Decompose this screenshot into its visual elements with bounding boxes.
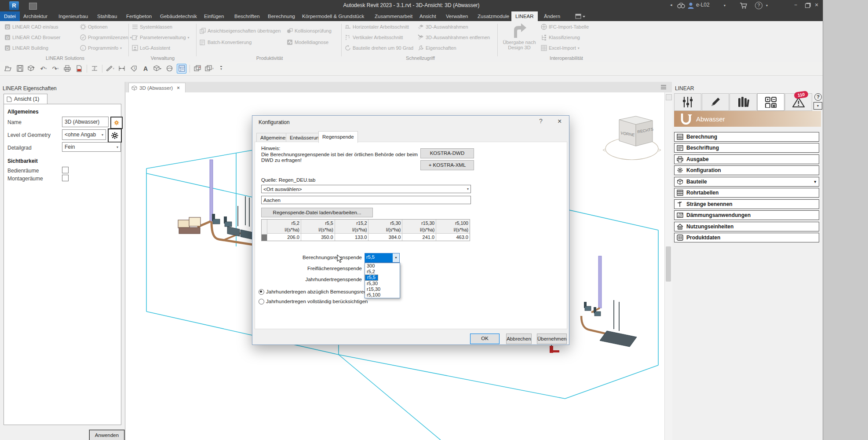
aligned-dimension-icon[interactable] bbox=[117, 64, 126, 73]
tab-ingenieurbau[interactable]: Ingenieurbau bbox=[55, 11, 92, 21]
view-tab-menu-icon[interactable] bbox=[660, 84, 667, 90]
btn-linear-cad-einaus[interactable]: DLINEAR CAD ein/aus bbox=[4, 22, 58, 31]
tab-zusammenarbeit[interactable]: Zusammenarbeit bbox=[371, 11, 416, 21]
default-3d-view-icon[interactable] bbox=[153, 64, 162, 73]
dropdown-option[interactable]: r15,30 bbox=[365, 286, 400, 292]
btn-3d-auswahlrahmen[interactable]: 3D-Auswahlrahmen bbox=[418, 22, 468, 31]
item-berechnung[interactable]: Berechnung bbox=[674, 132, 819, 142]
open-icon[interactable] bbox=[4, 64, 12, 73]
dropdown-option[interactable]: r5,30 bbox=[365, 281, 400, 286]
help-icon[interactable]: ? bbox=[755, 2, 762, 9]
rain-values-table[interactable]: r5,2l/(s*ha)206.0 r5,5l/(s*ha)350.0 r15,… bbox=[261, 219, 470, 241]
undo-icon[interactable]: ↶▾ bbox=[39, 64, 48, 73]
panel-tab-settings[interactable] bbox=[674, 93, 701, 111]
tab-aendern[interactable]: Ändern bbox=[540, 11, 564, 21]
name-settings-button[interactable] bbox=[110, 117, 123, 129]
btn-eigenschaften[interactable]: Eigenschaften bbox=[418, 44, 456, 52]
load-rain-file-button[interactable]: Regenspende-Datei laden/bearbeiten... bbox=[261, 208, 373, 217]
view-tab-3d-abwasser[interactable]: 3D (Abwasser) × bbox=[128, 83, 186, 92]
combo-dropdown-button[interactable]: ▾ bbox=[393, 253, 399, 262]
btn-systemklassen[interactable]: Systemklassen bbox=[132, 22, 172, 31]
radio-abzueglich[interactable] bbox=[259, 289, 264, 295]
minimize-button[interactable]: − bbox=[794, 2, 797, 8]
signed-in-user[interactable]: e-L02 bbox=[696, 2, 710, 8]
name-input[interactable]: 3D (Abwasser) bbox=[62, 117, 109, 127]
tab-datei[interactable]: Datei bbox=[0, 11, 20, 21]
tab-stahlbau[interactable]: Stahlbau bbox=[93, 11, 121, 21]
btn-programmlizenzen[interactable]: Programmlizenzen▾ bbox=[80, 33, 132, 42]
btn-programminfo[interactable]: iProgramminfo▾ bbox=[80, 44, 122, 52]
redo-icon[interactable]: ↷▾ bbox=[51, 64, 60, 73]
ribbon-collapse-icon[interactable] bbox=[575, 14, 586, 19]
kostra-xml-button[interactable]: + KOSTRA-XML bbox=[420, 160, 474, 170]
tab-fertigbeton[interactable]: Fertigbeton bbox=[122, 11, 156, 21]
btn-excel-import[interactable]: Excel-Import▾ bbox=[541, 44, 580, 52]
item-daemmungsanwendungen[interactable]: Dämmungsanwendungen bbox=[674, 210, 819, 220]
panel-tab-calculation[interactable] bbox=[757, 93, 784, 111]
location-select[interactable]: <Ort auswählen>▾ bbox=[261, 185, 471, 193]
item-straenge-benennen[interactable]: Stränge benennen bbox=[674, 199, 819, 209]
anwenden-button[interactable]: Anwenden bbox=[89, 430, 124, 440]
viewport-scrollbar[interactable] bbox=[664, 92, 672, 440]
chevron-down-icon[interactable]: ▾ bbox=[814, 180, 816, 184]
tab-einfuegen[interactable]: Einfügen bbox=[200, 11, 228, 21]
tab-berechnung[interactable]: Berechnung bbox=[264, 11, 299, 21]
dialog-tab-regenspende[interactable]: Regenspende bbox=[318, 131, 358, 143]
berechnungsregenspende-combo[interactable]: r5,5 ▾ bbox=[365, 253, 400, 263]
btn-optionen[interactable]: Optionen bbox=[80, 22, 108, 31]
dropdown-option[interactable]: r5,2 bbox=[365, 269, 400, 275]
item-konfiguration[interactable]: Konfiguration bbox=[674, 165, 819, 175]
btn-klassifizierung[interactable]: Klassifizierung bbox=[541, 33, 580, 42]
measure-icon[interactable]: ▾ bbox=[106, 64, 114, 73]
btn-3d-auswahlrahmen-entfernen[interactable]: 3D-Auswahlrahmen entfernen bbox=[418, 33, 490, 42]
log-select[interactable]: <ohne Angab▾ bbox=[62, 129, 106, 140]
panel-overflow-caret-icon[interactable]: ▾ bbox=[813, 102, 822, 110]
collapse-search-icon[interactable]: ◂ bbox=[670, 3, 672, 7]
scrollbar-top-button[interactable] bbox=[666, 94, 672, 100]
btn-linear-cad-browser[interactable]: DLINEAR CAD Browser bbox=[4, 33, 60, 42]
dialog-help-icon[interactable]: ? bbox=[539, 117, 543, 125]
ok-button[interactable]: OK bbox=[470, 334, 500, 344]
btn-bauteile-drehen-90[interactable]: Bauteile drehen um 90 Grad bbox=[345, 44, 413, 52]
scrollbar-thumb[interactable] bbox=[666, 246, 671, 282]
tab-ansicht[interactable]: Ansicht bbox=[416, 11, 440, 21]
render-icon[interactable] bbox=[165, 64, 174, 73]
panel-help-icon[interactable]: ? bbox=[814, 93, 822, 101]
close-hidden-windows-icon[interactable] bbox=[193, 64, 202, 73]
tab-gebaeudetechnik[interactable]: Gebäudetechnik bbox=[156, 11, 201, 21]
tab-ansicht[interactable]: Ansicht (1) bbox=[4, 94, 47, 104]
btn-uebergabe-design3d[interactable]: Übergabe nach Design 3D bbox=[500, 22, 538, 55]
log-settings-button[interactable] bbox=[108, 128, 122, 143]
kostra-dwd-button[interactable]: KOSTRA-DWD bbox=[420, 148, 474, 158]
btn-log-assistent[interactable]: LoG-Assistent bbox=[132, 44, 170, 52]
app-store-cart-icon[interactable] bbox=[740, 2, 748, 9]
save-icon[interactable] bbox=[15, 64, 24, 73]
apply-button[interactable]: Übernehmen bbox=[537, 334, 567, 344]
item-produktdaten[interactable]: Produktdaten bbox=[674, 233, 819, 242]
item-ausgabe[interactable]: Ausgabe bbox=[674, 154, 819, 164]
print-icon[interactable] bbox=[63, 64, 72, 73]
customize-qat-icon[interactable]: ▾ bbox=[217, 64, 226, 73]
panel-tab-library[interactable] bbox=[729, 93, 757, 111]
panel-tab-edit[interactable] bbox=[702, 93, 729, 111]
detailgrad-select[interactable]: Fein▾ bbox=[62, 142, 121, 152]
switch-windows-icon[interactable]: ▾ bbox=[205, 64, 214, 73]
export-pdf-icon[interactable] bbox=[75, 64, 84, 73]
user-menu-caret-icon[interactable]: ▾ bbox=[724, 4, 726, 7]
dropdown-option[interactable]: 300 bbox=[365, 263, 400, 269]
tab-beschriften[interactable]: Beschriften bbox=[230, 11, 264, 21]
tab-architektur[interactable]: Architektur bbox=[19, 11, 51, 21]
btn-vertikaler-arbeitsschnitt[interactable]: Vertikaler Arbeitsschnitt bbox=[345, 33, 403, 42]
tag-icon[interactable]: 1 bbox=[129, 64, 138, 73]
radio-vollstaendig[interactable] bbox=[259, 299, 264, 304]
dropdown-option[interactable]: r5,100 bbox=[365, 292, 400, 298]
item-beschriftung[interactable]: Beschriftung bbox=[674, 143, 819, 153]
view-tab-close-icon[interactable]: × bbox=[177, 85, 180, 91]
btn-batch-konvertierung[interactable]: Batch-Konvertierung bbox=[200, 38, 252, 47]
btn-ansichtseigenschaften-uebertragen[interactable]: Ansichtseigenschaften übertragen bbox=[200, 26, 281, 35]
bedienraeume-checkbox[interactable] bbox=[62, 167, 69, 173]
home-3d-icon[interactable] bbox=[27, 64, 36, 73]
help-menu-caret-icon[interactable]: ▾ bbox=[766, 4, 768, 7]
tab-linear[interactable]: LINEAR bbox=[511, 11, 538, 21]
btn-linear-building[interactable]: DLINEAR Building bbox=[4, 44, 48, 52]
